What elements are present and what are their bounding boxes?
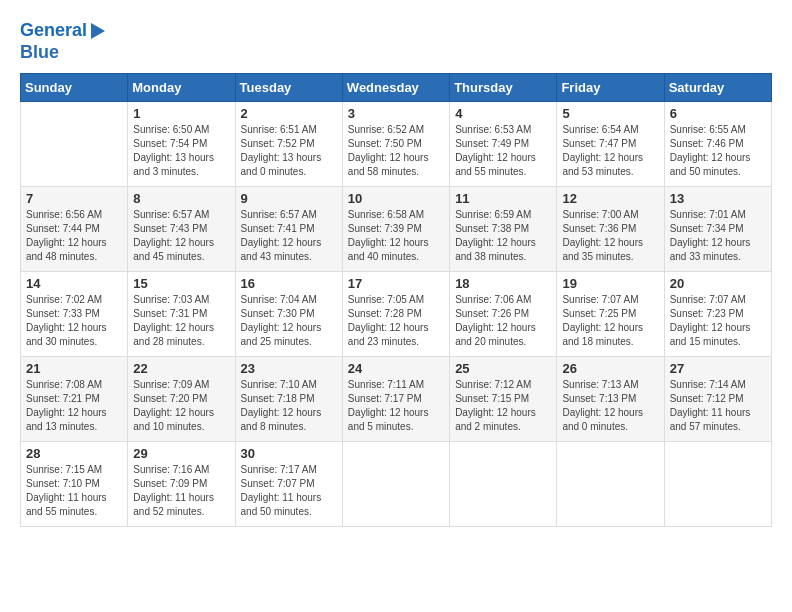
- day-info: Sunrise: 7:12 AMSunset: 7:15 PMDaylight:…: [455, 378, 551, 434]
- calendar-cell: 6Sunrise: 6:55 AMSunset: 7:46 PMDaylight…: [664, 102, 771, 187]
- calendar-header-saturday: Saturday: [664, 74, 771, 102]
- day-info: Sunrise: 7:11 AMSunset: 7:17 PMDaylight:…: [348, 378, 444, 434]
- calendar-cell: 7Sunrise: 6:56 AMSunset: 7:44 PMDaylight…: [21, 187, 128, 272]
- day-number: 6: [670, 106, 766, 121]
- day-number: 28: [26, 446, 122, 461]
- calendar-header-thursday: Thursday: [450, 74, 557, 102]
- day-number: 12: [562, 191, 658, 206]
- calendar-cell: 18Sunrise: 7:06 AMSunset: 7:26 PMDayligh…: [450, 272, 557, 357]
- day-number: 3: [348, 106, 444, 121]
- day-number: 17: [348, 276, 444, 291]
- day-info: Sunrise: 7:08 AMSunset: 7:21 PMDaylight:…: [26, 378, 122, 434]
- calendar-cell: 22Sunrise: 7:09 AMSunset: 7:20 PMDayligh…: [128, 357, 235, 442]
- day-info: Sunrise: 7:05 AMSunset: 7:28 PMDaylight:…: [348, 293, 444, 349]
- day-number: 7: [26, 191, 122, 206]
- calendar-cell: 17Sunrise: 7:05 AMSunset: 7:28 PMDayligh…: [342, 272, 449, 357]
- calendar-cell: 12Sunrise: 7:00 AMSunset: 7:36 PMDayligh…: [557, 187, 664, 272]
- calendar-cell: 13Sunrise: 7:01 AMSunset: 7:34 PMDayligh…: [664, 187, 771, 272]
- day-info: Sunrise: 7:03 AMSunset: 7:31 PMDaylight:…: [133, 293, 229, 349]
- day-info: Sunrise: 6:50 AMSunset: 7:54 PMDaylight:…: [133, 123, 229, 179]
- day-info: Sunrise: 7:09 AMSunset: 7:20 PMDaylight:…: [133, 378, 229, 434]
- day-number: 9: [241, 191, 337, 206]
- day-number: 15: [133, 276, 229, 291]
- day-info: Sunrise: 6:54 AMSunset: 7:47 PMDaylight:…: [562, 123, 658, 179]
- day-number: 13: [670, 191, 766, 206]
- calendar-header-monday: Monday: [128, 74, 235, 102]
- day-number: 4: [455, 106, 551, 121]
- day-number: 5: [562, 106, 658, 121]
- calendar-cell: [557, 442, 664, 527]
- calendar-cell: 1Sunrise: 6:50 AMSunset: 7:54 PMDaylight…: [128, 102, 235, 187]
- day-info: Sunrise: 7:13 AMSunset: 7:13 PMDaylight:…: [562, 378, 658, 434]
- logo-text-general: General: [20, 20, 87, 42]
- calendar-header-sunday: Sunday: [21, 74, 128, 102]
- day-number: 18: [455, 276, 551, 291]
- calendar-cell: 8Sunrise: 6:57 AMSunset: 7:43 PMDaylight…: [128, 187, 235, 272]
- day-number: 24: [348, 361, 444, 376]
- logo: General Blue: [20, 20, 105, 63]
- day-number: 8: [133, 191, 229, 206]
- day-info: Sunrise: 6:59 AMSunset: 7:38 PMDaylight:…: [455, 208, 551, 264]
- calendar-week-row: 7Sunrise: 6:56 AMSunset: 7:44 PMDaylight…: [21, 187, 772, 272]
- calendar-cell: 11Sunrise: 6:59 AMSunset: 7:38 PMDayligh…: [450, 187, 557, 272]
- calendar-week-row: 1Sunrise: 6:50 AMSunset: 7:54 PMDaylight…: [21, 102, 772, 187]
- day-info: Sunrise: 6:51 AMSunset: 7:52 PMDaylight:…: [241, 123, 337, 179]
- day-number: 2: [241, 106, 337, 121]
- day-info: Sunrise: 7:04 AMSunset: 7:30 PMDaylight:…: [241, 293, 337, 349]
- calendar-cell: 10Sunrise: 6:58 AMSunset: 7:39 PMDayligh…: [342, 187, 449, 272]
- page-header: General Blue: [20, 20, 772, 63]
- day-number: 1: [133, 106, 229, 121]
- day-number: 16: [241, 276, 337, 291]
- calendar-cell: 20Sunrise: 7:07 AMSunset: 7:23 PMDayligh…: [664, 272, 771, 357]
- calendar-header-tuesday: Tuesday: [235, 74, 342, 102]
- day-number: 27: [670, 361, 766, 376]
- calendar-cell: 23Sunrise: 7:10 AMSunset: 7:18 PMDayligh…: [235, 357, 342, 442]
- day-number: 23: [241, 361, 337, 376]
- calendar-header-friday: Friday: [557, 74, 664, 102]
- calendar-cell: [342, 442, 449, 527]
- logo-text-blue: Blue: [20, 42, 59, 64]
- day-number: 10: [348, 191, 444, 206]
- calendar-header-row: SundayMondayTuesdayWednesdayThursdayFrid…: [21, 74, 772, 102]
- calendar-cell: 25Sunrise: 7:12 AMSunset: 7:15 PMDayligh…: [450, 357, 557, 442]
- day-info: Sunrise: 7:15 AMSunset: 7:10 PMDaylight:…: [26, 463, 122, 519]
- day-info: Sunrise: 7:02 AMSunset: 7:33 PMDaylight:…: [26, 293, 122, 349]
- calendar-cell: [450, 442, 557, 527]
- day-number: 29: [133, 446, 229, 461]
- day-number: 11: [455, 191, 551, 206]
- calendar-cell: 21Sunrise: 7:08 AMSunset: 7:21 PMDayligh…: [21, 357, 128, 442]
- day-info: Sunrise: 6:56 AMSunset: 7:44 PMDaylight:…: [26, 208, 122, 264]
- day-info: Sunrise: 7:14 AMSunset: 7:12 PMDaylight:…: [670, 378, 766, 434]
- calendar-table: SundayMondayTuesdayWednesdayThursdayFrid…: [20, 73, 772, 527]
- day-info: Sunrise: 6:58 AMSunset: 7:39 PMDaylight:…: [348, 208, 444, 264]
- calendar-cell: 14Sunrise: 7:02 AMSunset: 7:33 PMDayligh…: [21, 272, 128, 357]
- day-info: Sunrise: 7:16 AMSunset: 7:09 PMDaylight:…: [133, 463, 229, 519]
- calendar-cell: 16Sunrise: 7:04 AMSunset: 7:30 PMDayligh…: [235, 272, 342, 357]
- calendar-cell: 4Sunrise: 6:53 AMSunset: 7:49 PMDaylight…: [450, 102, 557, 187]
- day-info: Sunrise: 6:57 AMSunset: 7:41 PMDaylight:…: [241, 208, 337, 264]
- calendar-cell: 9Sunrise: 6:57 AMSunset: 7:41 PMDaylight…: [235, 187, 342, 272]
- day-number: 21: [26, 361, 122, 376]
- day-number: 14: [26, 276, 122, 291]
- day-number: 26: [562, 361, 658, 376]
- day-info: Sunrise: 7:07 AMSunset: 7:23 PMDaylight:…: [670, 293, 766, 349]
- day-info: Sunrise: 6:53 AMSunset: 7:49 PMDaylight:…: [455, 123, 551, 179]
- calendar-cell: 28Sunrise: 7:15 AMSunset: 7:10 PMDayligh…: [21, 442, 128, 527]
- calendar-cell: 19Sunrise: 7:07 AMSunset: 7:25 PMDayligh…: [557, 272, 664, 357]
- calendar-cell: 15Sunrise: 7:03 AMSunset: 7:31 PMDayligh…: [128, 272, 235, 357]
- calendar-week-row: 28Sunrise: 7:15 AMSunset: 7:10 PMDayligh…: [21, 442, 772, 527]
- calendar-cell: 27Sunrise: 7:14 AMSunset: 7:12 PMDayligh…: [664, 357, 771, 442]
- day-info: Sunrise: 6:52 AMSunset: 7:50 PMDaylight:…: [348, 123, 444, 179]
- calendar-cell: 5Sunrise: 6:54 AMSunset: 7:47 PMDaylight…: [557, 102, 664, 187]
- day-info: Sunrise: 7:07 AMSunset: 7:25 PMDaylight:…: [562, 293, 658, 349]
- day-info: Sunrise: 7:10 AMSunset: 7:18 PMDaylight:…: [241, 378, 337, 434]
- calendar-header-wednesday: Wednesday: [342, 74, 449, 102]
- calendar-cell: 29Sunrise: 7:16 AMSunset: 7:09 PMDayligh…: [128, 442, 235, 527]
- calendar-cell: [21, 102, 128, 187]
- calendar-cell: 3Sunrise: 6:52 AMSunset: 7:50 PMDaylight…: [342, 102, 449, 187]
- calendar-cell: 2Sunrise: 6:51 AMSunset: 7:52 PMDaylight…: [235, 102, 342, 187]
- day-number: 20: [670, 276, 766, 291]
- day-info: Sunrise: 6:55 AMSunset: 7:46 PMDaylight:…: [670, 123, 766, 179]
- day-info: Sunrise: 7:00 AMSunset: 7:36 PMDaylight:…: [562, 208, 658, 264]
- calendar-cell: 30Sunrise: 7:17 AMSunset: 7:07 PMDayligh…: [235, 442, 342, 527]
